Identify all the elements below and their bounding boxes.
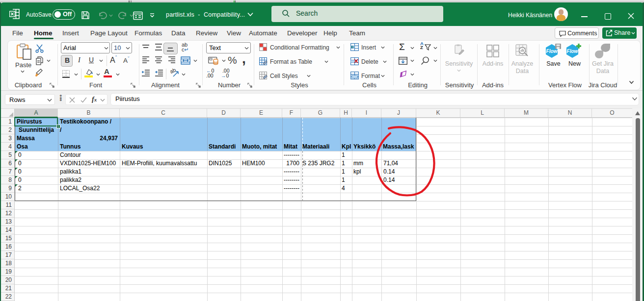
svg-text:Flow: Flow xyxy=(546,49,558,54)
svg-text:Flow: Flow xyxy=(567,49,579,54)
